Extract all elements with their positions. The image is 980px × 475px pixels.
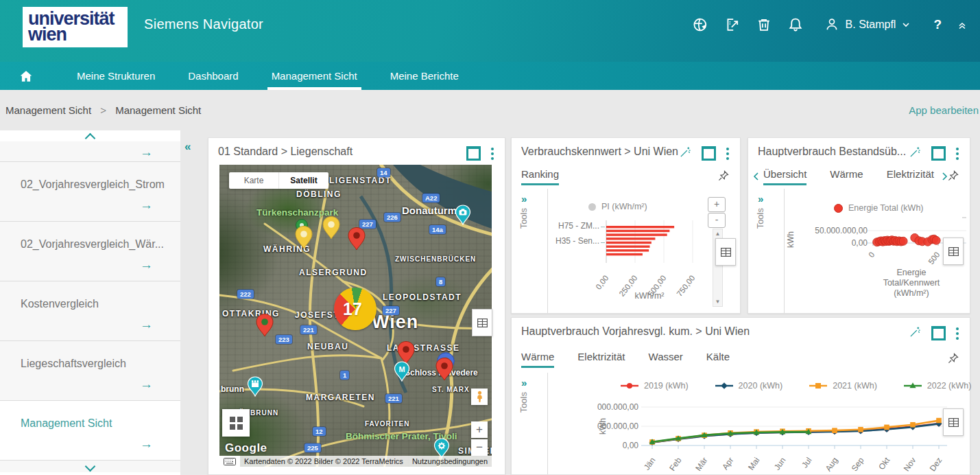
sidebar-item-kostenvergleich[interactable]: Kostenvergleich→ (0, 281, 180, 341)
ranking-tab-ranking[interactable]: Ranking (521, 168, 559, 185)
bestand-tab-wärme[interactable]: Wärme (830, 168, 863, 185)
map-zoom-in-button[interactable]: + (471, 421, 488, 438)
sidebar-collapse-button[interactable]: « (184, 140, 191, 154)
legend-item-2020-kwh[interactable]: 2020 (kWh) (715, 381, 783, 391)
magic-wand-icon[interactable] (680, 146, 691, 161)
bestand-tab-elektrizität[interactable]: Elektrizität (887, 168, 934, 185)
terms-link[interactable]: Nutzungsbedingungen (408, 456, 492, 467)
show-as-table-button[interactable] (472, 309, 492, 336)
legend-item-2022-kwh[interactable]: 2022 (kWh) (903, 381, 972, 391)
panel-menu-icon[interactable] (491, 148, 494, 160)
map-type-karte[interactable]: Karte (229, 172, 278, 189)
map-zoom-out-button[interactable]: − (471, 439, 488, 456)
tabs-scroll-left-icon[interactable] (753, 171, 760, 183)
map-marker-poi-castle[interactable] (247, 376, 263, 399)
show-as-table-button[interactable] (943, 238, 964, 265)
scroll-down-icon[interactable]: ▼ (713, 299, 722, 305)
keyboard-icon[interactable] (219, 456, 240, 467)
nav-tab-meine-berichte[interactable]: Meine Berichte (387, 62, 462, 90)
globe-icon[interactable] (693, 16, 709, 33)
map-marker-red-pin-green[interactable] (255, 313, 274, 340)
home-icon[interactable] (0, 62, 47, 90)
magic-wand-icon[interactable] (909, 326, 921, 340)
sidebar-item-partial[interactable]: → (0, 141, 180, 162)
user-menu[interactable]: B. Stampfl (824, 17, 911, 32)
maximize-icon[interactable] (931, 326, 946, 340)
bell-icon[interactable] (787, 16, 804, 33)
open-arrow-icon[interactable]: → (140, 437, 153, 452)
panel-menu-icon[interactable] (956, 148, 959, 160)
maximize-icon[interactable] (466, 146, 481, 161)
google-map[interactable]: LIGENSTADTDÖBLINGTürkenschanzparkDonautu… (219, 165, 492, 467)
sidebar-scroll-up[interactable] (0, 130, 180, 141)
tools-drawer[interactable]: » Tools (748, 189, 785, 313)
expand-tools-icon[interactable]: » (758, 193, 763, 205)
bestand-legend[interactable]: Energie Total (kWh) (834, 203, 924, 213)
legend-item-2019-kwh[interactable]: 2019 (kWh) (620, 381, 689, 391)
vorjahr-tab-kälte[interactable]: Kälte (706, 351, 730, 368)
vorjahr-tab-elektrizität[interactable]: Elektrizität (577, 351, 625, 368)
sidebar-item-management-sicht[interactable]: Management Sicht→ (0, 401, 180, 461)
expand-tools-icon[interactable]: » (521, 193, 527, 205)
scroll-up-icon[interactable]: ▲ (713, 231, 722, 237)
map-type-satellit[interactable]: Satellit (278, 172, 328, 189)
road-badge-222: 222 (237, 290, 254, 299)
collapse-header-icon[interactable] (957, 19, 968, 30)
panel-menu-icon[interactable] (726, 148, 729, 160)
open-arrow-icon[interactable]: → (140, 145, 153, 160)
pin-icon[interactable] (948, 170, 959, 184)
map-grid-button[interactable] (222, 409, 250, 437)
maximize-icon[interactable] (702, 146, 716, 161)
svg-text:750,00: 750,00 (675, 274, 696, 298)
export-report-icon[interactable] (724, 16, 741, 33)
show-as-table-button[interactable] (943, 408, 964, 436)
legend-item-2021-kwh[interactable]: 2021 (kWh) (809, 381, 877, 391)
open-arrow-icon[interactable]: → (140, 377, 153, 392)
svg-text:Total/Kennwert: Total/Kennwert (883, 278, 940, 288)
ranking-legend[interactable]: PI (kWh/m²) (588, 202, 647, 211)
pin-icon[interactable] (948, 353, 959, 367)
map-marker-red-pin[interactable] (347, 227, 366, 254)
road-badge-221: 221 (300, 325, 317, 334)
breadcrumb-level1[interactable]: Management Sicht (5, 104, 91, 116)
show-as-table-button[interactable] (715, 238, 736, 266)
vorjahr-tab-wasser[interactable]: Wasser (649, 351, 683, 368)
pin-icon[interactable] (718, 170, 729, 184)
vorjahr-tab-wärme[interactable]: Wärme (521, 351, 554, 368)
map-marker-yellow-pin[interactable] (322, 216, 341, 243)
magic-wand-icon[interactable] (909, 146, 921, 161)
svg-text:Nov: Nov (902, 456, 918, 474)
sidebar-scroll-down[interactable] (0, 461, 180, 472)
nav-tab-meine-strukturen[interactable]: Meine Strukturen (74, 62, 158, 90)
ranking-panel: Verbrauchskennwert > Uni Wien Ranking » … (511, 137, 741, 314)
tools-drawer[interactable]: » Tools (512, 189, 548, 313)
pegman-control[interactable] (471, 389, 488, 405)
open-arrow-icon[interactable]: → (140, 317, 153, 332)
panel-menu-icon[interactable] (956, 327, 959, 340)
trash-icon[interactable] (756, 16, 772, 33)
ranking-tabs: Ranking (521, 168, 713, 185)
bestand-tab-übersicht[interactable]: Übersicht (763, 168, 806, 185)
vorjahr-panel: Hauptverbrauch Vorjahresvgl. kum. > Uni … (511, 317, 970, 475)
map-marker-poi-metro[interactable]: M (394, 361, 410, 384)
chart-zoom-in-button[interactable]: + (708, 197, 726, 212)
cluster-pie-marker[interactable]: 17 (334, 288, 377, 330)
app-edit-link[interactable]: App bearbeiten (909, 104, 980, 116)
chevron-down-icon (85, 461, 96, 472)
square-marker-icon (809, 382, 828, 390)
nav-tab-management-sicht[interactable]: Management Sicht (269, 62, 360, 90)
sidebar-item-02-vorjahresvergleich-strom[interactable]: 02_Vorjahresvergleich_Strom→ (0, 162, 180, 222)
open-arrow-icon[interactable]: → (140, 257, 153, 273)
nav-tab-dashboard[interactable]: Dashboard (185, 62, 241, 90)
tools-drawer[interactable]: » Tools (512, 373, 548, 474)
tabs-scroll-right-icon[interactable] (941, 171, 948, 183)
expand-tools-icon[interactable]: » (521, 377, 527, 389)
help-button[interactable]: ? (933, 17, 942, 32)
map-marker-red-pin[interactable] (435, 357, 454, 384)
map-marker-yellow-pin[interactable] (294, 225, 313, 253)
sidebar-item-liegeschaftsvergleich[interactable]: Liegeschaftsvergleich→ (0, 341, 180, 401)
map-marker-poi-camera[interactable] (455, 205, 471, 228)
sidebar-item-02-vorjahresvergleich-wär[interactable]: 02_Vorjahresvergleich_Wär...→ (0, 222, 180, 281)
maximize-icon[interactable] (931, 146, 946, 161)
open-arrow-icon[interactable]: → (140, 198, 153, 213)
